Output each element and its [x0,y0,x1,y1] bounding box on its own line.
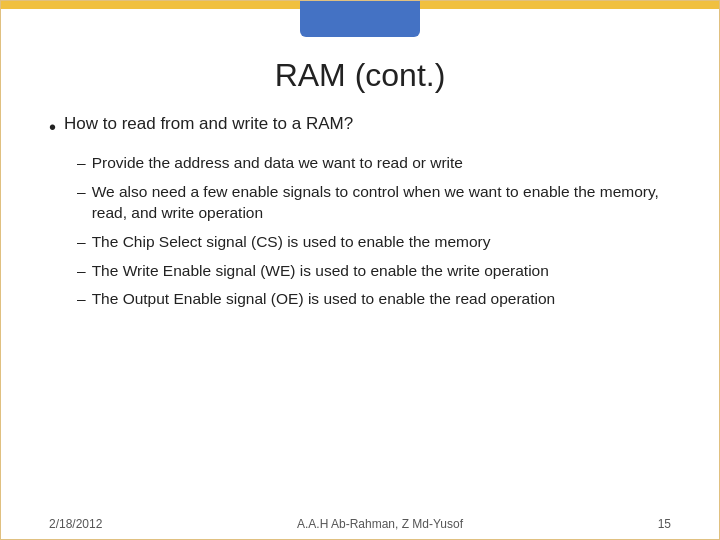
main-bullet-icon: • [49,114,56,140]
footer-author: A.A.H Ab-Rahman, Z Md-Yusof [297,517,463,531]
sub-bullets-list: – Provide the address and data we want t… [49,152,671,317]
dash-icon-1: – [77,152,86,174]
slide-content: RAM (cont.) • How to read from and write… [1,1,719,539]
main-bullet: • How to read from and write to a RAM? [49,114,671,140]
slide: RAM (cont.) • How to read from and write… [0,0,720,540]
footer-page-number: 15 [658,517,671,531]
header-accent-block [300,1,420,37]
sub-bullet-item-5: – The Output Enable signal (OE) is used … [77,288,671,310]
sub-bullet-item-3: – The Chip Select signal (CS) is used to… [77,231,671,253]
slide-footer: 2/18/2012 A.A.H Ab-Rahman, Z Md-Yusof 15 [1,517,719,531]
sub-bullet-text-5: The Output Enable signal (OE) is used to… [92,288,671,310]
slide-title: RAM (cont.) [49,57,671,94]
dash-icon-5: – [77,288,86,310]
main-bullet-text: How to read from and write to a RAM? [64,114,353,134]
dash-icon-3: – [77,231,86,253]
dash-icon-4: – [77,260,86,282]
dash-icon-2: – [77,181,86,203]
sub-bullet-item-1: – Provide the address and data we want t… [77,152,671,174]
sub-bullet-text-4: The Write Enable signal (WE) is used to … [92,260,671,282]
sub-bullet-text-2: We also need a few enable signals to con… [92,181,671,224]
footer-date: 2/18/2012 [49,517,102,531]
sub-bullet-text-1: Provide the address and data we want to … [92,152,671,174]
sub-bullet-item-2: – We also need a few enable signals to c… [77,181,671,224]
sub-bullet-item-4: – The Write Enable signal (WE) is used t… [77,260,671,282]
sub-bullet-text-3: The Chip Select signal (CS) is used to e… [92,231,671,253]
